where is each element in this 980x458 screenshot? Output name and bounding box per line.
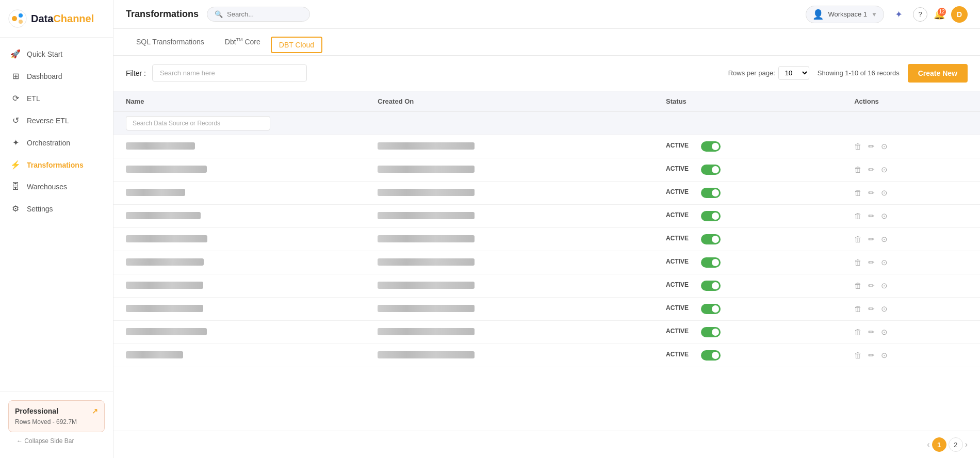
edit-icon[interactable]: ✏ (868, 142, 875, 151)
delete-icon[interactable]: 🗑 (854, 328, 862, 336)
sidebar-item-etl[interactable]: ⟳ ETL (0, 87, 113, 109)
svg-point-1 (12, 16, 17, 21)
quick-start-icon: 🚀 (10, 49, 21, 59)
user-workspace-chip[interactable]: 👤 Workspace 1 ▼ (806, 6, 884, 23)
delete-icon[interactable]: 🗑 (854, 281, 862, 290)
schedule-icon[interactable]: ⊙ (881, 142, 888, 151)
status-badge: ACTIVE (666, 304, 689, 312)
row-toggle[interactable] (701, 257, 721, 268)
edit-icon[interactable]: ✏ (868, 328, 875, 337)
topbar-right: 👤 Workspace 1 ▼ ✦ ? 🔔 12 D (806, 6, 968, 23)
delete-icon[interactable]: 🗑 (854, 211, 862, 220)
row-toggle[interactable] (701, 165, 721, 175)
delete-icon[interactable]: 🗑 (854, 165, 862, 174)
sidebar-item-transformations[interactable]: ⚡ Transformations (0, 154, 113, 176)
showing-records-text: Showing 1-10 of 16 records (818, 69, 900, 77)
tab-label: DbtTM Core (225, 38, 260, 46)
table-row: test_prod_cloud_042024-01-04 09:17:11 PM… (113, 297, 980, 320)
delete-icon[interactable]: 🗑 (854, 351, 862, 359)
row-actions-cell: 🗑 ✏ ⊙ (842, 135, 980, 158)
row-toggle[interactable] (701, 211, 721, 221)
pagination-page-1[interactable]: 1 (932, 437, 946, 452)
col-status-label: Status (666, 97, 687, 105)
pagination-prev-button[interactable]: ‹ (927, 440, 929, 449)
actions-cell: 🗑 ✏ ⊙ (854, 328, 968, 337)
schedule-icon[interactable]: ⊙ (881, 328, 888, 337)
row-actions-cell: 🗑 ✏ ⊙ (842, 251, 980, 274)
main-content: Transformations 🔍 👤 Workspace 1 ▼ ✦ ? 🔔 … (113, 0, 980, 458)
sidebar-item-settings[interactable]: ⚙ Settings (0, 198, 113, 220)
table-row: dbt_cloud_prod_four2024-01-04 10:14:55 P… (113, 320, 980, 343)
edit-icon[interactable]: ✏ (868, 235, 875, 244)
tab-sql-transformations[interactable]: SQL Transformations (126, 29, 215, 55)
schedule-icon[interactable]: ⊙ (881, 211, 888, 221)
rows-per-page-label: Rows per page: (728, 69, 775, 77)
orchestration-icon: ✦ (10, 138, 21, 148)
col-created-label: Created On (378, 97, 414, 105)
status-badge: ACTIVE (666, 258, 689, 265)
row-created-on-cell: 2024-01-07 10:20:33 PM (365, 158, 654, 181)
notifications-button[interactable]: 🔔 12 (934, 9, 945, 20)
edit-icon[interactable]: ✏ (868, 165, 875, 174)
row-actions-cell: 🗑 ✏ ⊙ (842, 227, 980, 251)
delete-icon[interactable]: 🗑 (854, 235, 862, 243)
edit-icon[interactable]: ✏ (868, 304, 875, 314)
search-icon: 🔍 (215, 10, 223, 18)
row-toggle[interactable] (701, 327, 721, 337)
toggle-slider (701, 234, 721, 244)
row-toggle[interactable] (701, 350, 721, 361)
actions-cell: 🗑 ✏ ⊙ (854, 351, 968, 360)
status-badge: ACTIVE (666, 235, 689, 242)
schedule-icon[interactable]: ⊙ (881, 351, 888, 360)
topbar-search-input[interactable] (227, 10, 299, 18)
row-toggle[interactable] (701, 304, 721, 314)
toggle-slider (701, 327, 721, 337)
row-toggle[interactable] (701, 188, 721, 198)
row-status-cell: ACTIVE (654, 227, 842, 251)
user-avatar[interactable]: D (951, 6, 968, 23)
help-button[interactable]: ? (913, 7, 927, 22)
create-new-button[interactable]: Create New (908, 64, 968, 83)
tab-dbt-cloud[interactable]: DBT Cloud (271, 37, 322, 53)
row-toggle[interactable] (701, 141, 721, 152)
sidebar-item-reverse-etl[interactable]: ↺ Reverse ETL (0, 109, 113, 132)
schedule-icon[interactable]: ⊙ (881, 235, 888, 244)
row-toggle[interactable] (701, 234, 721, 244)
sidebar-item-label: Quick Start (27, 50, 62, 58)
sidebar-item-dashboard[interactable]: ⊞ Dashboard (0, 65, 113, 87)
schedule-icon[interactable]: ⊙ (881, 281, 888, 290)
edit-icon[interactable]: ✏ (868, 281, 875, 290)
delete-icon[interactable]: 🗑 (854, 188, 862, 197)
edit-icon[interactable]: ✏ (868, 211, 875, 221)
pagination-next-button[interactable]: › (965, 440, 968, 449)
sparkle-button[interactable]: ✦ (890, 6, 907, 23)
schedule-icon[interactable]: ⊙ (881, 304, 888, 314)
delete-icon[interactable]: 🗑 (854, 142, 862, 151)
toggle-slider (701, 188, 721, 198)
rows-per-page-select[interactable]: 10 25 50 100 (778, 66, 809, 80)
edit-icon[interactable]: ✏ (868, 258, 875, 267)
collapse-sidebar-button[interactable]: ← Collapse Side Bar (8, 432, 105, 450)
delete-icon[interactable]: 🗑 (854, 304, 862, 313)
plan-link-icon[interactable]: ↗ (92, 407, 98, 415)
sidebar-item-warehouses[interactable]: 🗄 Warehouses (0, 176, 113, 198)
row-status-cell: ACTIVE (654, 135, 842, 158)
row-name-cell: datachannel_1 (113, 343, 365, 367)
sidebar-item-quick-start[interactable]: 🚀 Quick Start (0, 43, 113, 65)
tab-dbt-core[interactable]: DbtTM Core (215, 29, 271, 55)
name-search-input[interactable] (126, 116, 270, 130)
table-body: dbt_model_one2024-01-07 10:20:33 PMACTIV… (113, 135, 980, 367)
row-name-cell: test_prod_cloud_04 (113, 297, 365, 320)
schedule-icon[interactable]: ⊙ (881, 188, 888, 198)
topbar-search-box[interactable]: 🔍 (207, 7, 310, 22)
edit-icon[interactable]: ✏ (868, 351, 875, 360)
settings-icon: ⚙ (10, 204, 21, 214)
schedule-icon[interactable]: ⊙ (881, 165, 888, 174)
pagination-page-2[interactable]: 2 (949, 437, 963, 452)
filter-input[interactable] (152, 64, 307, 81)
edit-icon[interactable]: ✏ (868, 188, 875, 198)
row-toggle[interactable] (701, 281, 721, 291)
delete-icon[interactable]: 🗑 (854, 258, 862, 267)
schedule-icon[interactable]: ⊙ (881, 258, 888, 267)
sidebar-item-orchestration[interactable]: ✦ Orchestration (0, 132, 113, 154)
